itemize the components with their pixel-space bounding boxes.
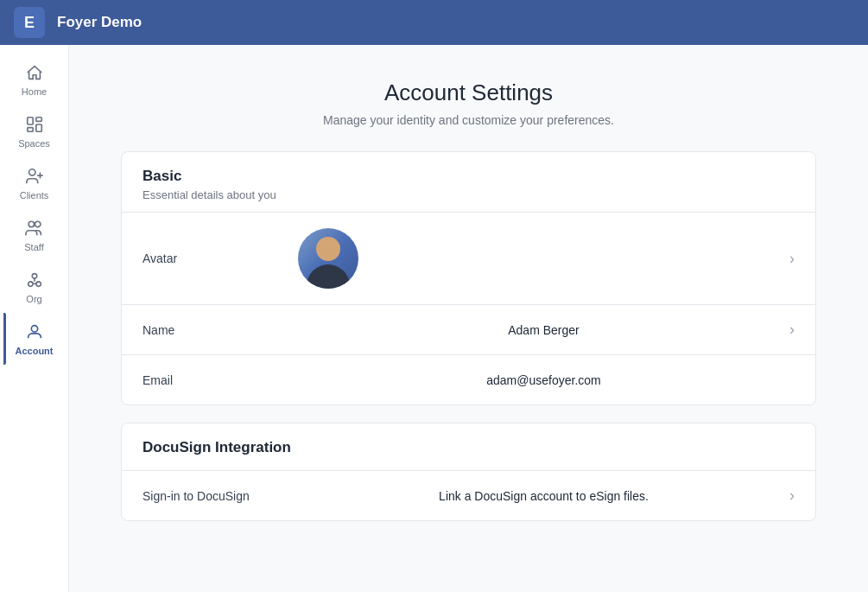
page-title: Account Settings xyxy=(121,80,816,106)
docusign-card-header: DocuSign Integration xyxy=(122,423,815,471)
name-value: Adam Berger xyxy=(298,323,789,337)
sidebar-item-spaces[interactable]: Spaces xyxy=(3,105,66,157)
main-layout: Home Spaces Clients xyxy=(0,45,868,592)
clients-icon xyxy=(24,166,45,187)
docusign-signin-row[interactable]: Sign-in to DocuSign Link a DocuSign acco… xyxy=(122,471,815,520)
sidebar-item-label: Org xyxy=(26,294,41,304)
docusign-arrow-icon: › xyxy=(789,487,795,505)
svg-point-4 xyxy=(29,169,35,175)
sidebar-item-home[interactable]: Home xyxy=(3,54,66,105)
docusign-signin-value: Link a DocuSign account to eSign files. xyxy=(298,489,789,503)
name-row[interactable]: Name Adam Berger › xyxy=(122,305,815,355)
svg-point-6 xyxy=(35,221,40,226)
account-icon xyxy=(24,321,45,342)
basic-card-title: Basic xyxy=(143,168,795,185)
basic-card-subtitle: Essential details about you xyxy=(143,188,795,201)
topbar: E Foyer Demo xyxy=(0,0,868,45)
email-label: Email xyxy=(143,373,298,387)
svg-point-9 xyxy=(32,274,37,279)
sidebar-item-label: Clients xyxy=(20,190,49,201)
svg-point-10 xyxy=(31,326,37,332)
avatar-arrow-icon: › xyxy=(789,250,795,268)
staff-icon xyxy=(24,218,45,239)
docusign-card-title: DocuSign Integration xyxy=(143,439,795,456)
email-value: adam@usefoyer.com xyxy=(298,373,789,387)
spaces-icon xyxy=(24,114,45,135)
sidebar-item-label: Staff xyxy=(24,242,43,252)
avatar-head xyxy=(316,237,340,261)
email-row[interactable]: Email adam@usefoyer.com › xyxy=(122,355,815,404)
sidebar-item-label: Home xyxy=(22,86,47,97)
app-title: Foyer Demo xyxy=(57,14,142,31)
svg-point-5 xyxy=(29,221,34,226)
avatar-row[interactable]: Avatar › xyxy=(122,213,815,305)
avatar-value xyxy=(298,228,789,289)
name-label: Name xyxy=(143,323,298,337)
svg-rect-3 xyxy=(27,128,32,132)
avatar xyxy=(298,228,358,289)
svg-rect-2 xyxy=(35,124,41,131)
sidebar-item-staff[interactable]: Staff xyxy=(3,209,66,261)
content-area: Account Settings Manage your identity an… xyxy=(69,45,868,592)
org-icon xyxy=(24,270,45,290)
docusign-signin-label: Sign-in to DocuSign xyxy=(143,489,298,503)
page-subtitle: Manage your identity and customize your … xyxy=(121,113,816,127)
sidebar-item-account[interactable]: Account xyxy=(3,313,66,365)
avatar-body xyxy=(307,264,350,289)
svg-rect-0 xyxy=(27,118,32,124)
sidebar-item-clients[interactable]: Clients xyxy=(3,157,66,209)
sidebar: Home Spaces Clients xyxy=(0,45,69,592)
svg-rect-1 xyxy=(35,118,41,122)
app-logo: E xyxy=(14,7,45,38)
basic-card: Basic Essential details about you Avatar… xyxy=(121,151,816,405)
name-arrow-icon: › xyxy=(789,321,795,339)
sidebar-item-label: Spaces xyxy=(18,138,50,149)
avatar-label: Avatar xyxy=(143,251,298,265)
sidebar-item-org[interactable]: Org xyxy=(3,261,66,313)
home-icon xyxy=(24,62,45,83)
docusign-card: DocuSign Integration Sign-in to DocuSign… xyxy=(121,423,816,521)
basic-card-header: Basic Essential details about you xyxy=(122,152,815,213)
sidebar-item-label: Account xyxy=(16,346,54,356)
